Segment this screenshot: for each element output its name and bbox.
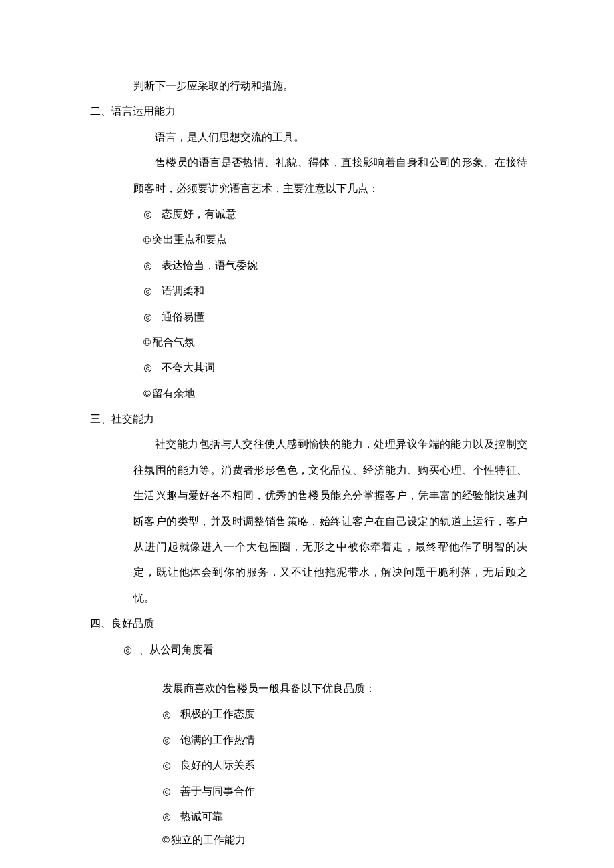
bullet-marker-icon: ◎ [143, 202, 152, 226]
bullet-text: 善于与同事合作 [180, 779, 255, 804]
section-2-heading: 二、语言运用能力 [90, 99, 527, 124]
spacer [90, 663, 527, 676]
bullet-item: ◎ 善于与同事合作 [90, 779, 527, 804]
bullet-marker-icon: ◎ [162, 805, 171, 829]
section-4-para-1: 发展商喜欢的售楼员一般具备以下优良品质： [90, 676, 527, 701]
section-3-heading: 三、社交能力 [90, 406, 527, 432]
section-2-para-2: 售楼员的语言是否热情、礼貌、得体，直接影响着自身和公司的形象。在接待顾客时，必须… [90, 150, 527, 201]
bullet-item: ◎ 表达恰当，语气委婉 [90, 253, 527, 278]
bullet-item: © 留有余地 [90, 381, 527, 406]
bullet-marker-icon: ◎ [162, 779, 171, 803]
bullet-item: ◎ 良好的人际关系 [90, 753, 527, 778]
bullet-item: ◎ 不夸大其词 [90, 355, 527, 380]
bullet-marker-icon: ◎ [162, 753, 171, 777]
bullet-item: ◎ 语调柔和 [90, 278, 527, 304]
bullet-marker-icon: ◎ [143, 305, 152, 329]
bullet-marker-icon: © [143, 228, 151, 252]
bullet-text: 不夸大其词 [162, 355, 215, 380]
bullet-item: © 独立的工作能力 [90, 829, 527, 851]
bullet-text: 留有余地 [152, 381, 195, 406]
bullet-marker-icon: ◎ [143, 356, 152, 380]
section-3-para-1: 社交能力包括与人交往使人感到愉快的能力，处理异议争端的能力以及控制交往氛围的能力… [90, 432, 527, 611]
bullet-text: 独立的工作能力 [171, 829, 246, 851]
bullet-item: © 突出重点和要点 [90, 227, 527, 252]
bullet-marker-icon: ◎ [143, 254, 152, 278]
bullet-marker-icon: © [143, 382, 151, 406]
continuation-line: 判断下一步应采取的行动和措施。 [90, 73, 527, 99]
bullet-text: 饱满的工作热情 [180, 727, 255, 753]
bullet-marker-icon: ◎ [123, 638, 132, 662]
bullet-text: 热诚可靠 [180, 804, 223, 829]
bullet-item: ◎ 饱满的工作热情 [90, 727, 527, 753]
subsection-text: 、从公司角度看 [139, 637, 214, 663]
subsection-item: ◎ 、从公司角度看 [90, 637, 527, 663]
bullet-text: 突出重点和要点 [152, 227, 227, 252]
document-page: 判断下一步应采取的行动和措施。 二、语言运用能力 语言，是人们思想交流的工具。 … [0, 0, 614, 868]
bullet-text: 通俗易懂 [162, 304, 204, 330]
bullet-item: ◎ 态度好，有诚意 [90, 201, 527, 227]
bullet-item: ◎ 热诚可靠 [90, 804, 527, 829]
bullet-text: 良好的人际关系 [180, 753, 255, 778]
bullet-marker-icon: © [143, 330, 151, 354]
bullet-item: ◎ 通俗易懂 [90, 304, 527, 330]
bullet-marker-icon: ◎ [143, 279, 152, 303]
bullet-marker-icon: © [162, 830, 170, 850]
bullet-item: ◎ 积极的工作态度 [90, 701, 527, 727]
bullet-text: 积极的工作态度 [180, 701, 255, 727]
bullet-text: 态度好，有诚意 [162, 201, 236, 227]
section-4-heading: 四、良好品质 [90, 611, 527, 636]
section-2-para-1: 语言，是人们思想交流的工具。 [90, 125, 527, 150]
bullet-marker-icon: ◎ [162, 703, 171, 727]
bullet-marker-icon: ◎ [162, 728, 171, 752]
bullet-text: 配合气氛 [152, 330, 195, 355]
bullet-item: © 配合气氛 [90, 330, 527, 355]
bullet-text: 语调柔和 [162, 278, 204, 304]
bullet-text: 表达恰当，语气委婉 [162, 253, 258, 278]
